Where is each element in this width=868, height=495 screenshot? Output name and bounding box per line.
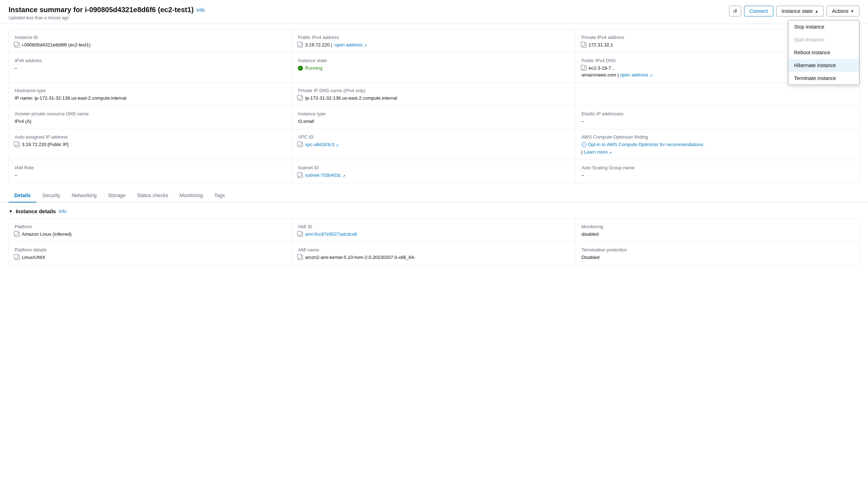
tab-storage[interactable]: Storage [103, 189, 131, 202]
cell-private-ip-dns: Private IP DNS name (IPv4 only) ip-172-3… [292, 83, 575, 106]
open-address-link[interactable]: open address [334, 42, 368, 48]
elastic-ip-dash: – [582, 119, 584, 124]
page-title: Instance summary for i-090805d4321e8d6f6… [9, 6, 194, 14]
header-left: Instance summary for i-090805d4321e8d6f6… [9, 6, 729, 20]
value-vpc-id: vpc-a8d163c3 [298, 142, 569, 147]
status-running-text: Running [305, 65, 322, 71]
instance-state-label: Instance state [782, 8, 813, 14]
label-platform: Platform [15, 224, 286, 229]
cell-platform: Platform Amazon Linux (Inferred) [9, 219, 292, 242]
label-termination-protection: Termination protection [582, 247, 853, 252]
copy-subnet-icon[interactable] [298, 173, 303, 178]
value-instance-id: i-090805d4321e8d6f6 (ec2-test1) [15, 42, 286, 48]
actions-button[interactable]: Actions ▼ [827, 6, 859, 16]
copy-private-ipv4-icon[interactable] [582, 42, 587, 48]
value-asg-name: – [582, 172, 853, 178]
cell-instance-state: Instance state Running [292, 53, 575, 83]
section-toggle-icon[interactable]: ▼ [9, 209, 13, 214]
copy-instance-id-icon[interactable] [15, 42, 20, 48]
vpc-id-link[interactable]: vpc-a8d163c3 [305, 142, 340, 147]
ami-name-text: amzn2-ami-kernel-5.10-hvm-2.0.20230207.0… [305, 255, 415, 260]
section-title: Instance details [16, 208, 56, 214]
refresh-button[interactable]: ↺ [729, 6, 741, 16]
copy-public-ipv4-icon[interactable] [298, 42, 303, 48]
cell-subnet-id: Subnet ID subnet-703b403c [292, 160, 575, 183]
copy-auto-ip-icon[interactable] [15, 142, 20, 147]
monitoring-text: disabled [582, 231, 599, 237]
ami-id-link[interactable]: ami-0cc87e5027adcdca8 [305, 231, 357, 237]
instance-info-grid: Instance ID i-090805d4321e8d6f6 (ec2-tes… [9, 29, 859, 183]
tab-security[interactable]: Security [36, 189, 66, 202]
dns-text: ec2-3-19-7... [589, 65, 615, 71]
external-link-icon [364, 43, 368, 47]
chevron-up-icon: ▲ [815, 9, 818, 13]
section-info-link[interactable]: Info [59, 209, 66, 214]
private-ipv4-text: 172.31.32.1 [589, 42, 613, 48]
cell-ami-name: AMI name amzn2-ami-kernel-5.10-hvm-2.0.2… [292, 242, 575, 265]
instance-state-dropdown: Stop instance Start instance Reboot inst… [788, 20, 859, 85]
dropdown-reboot-instance[interactable]: Reboot instance [788, 46, 859, 59]
tabs-bar: Details Security Networking Storage Stat… [0, 189, 868, 202]
dns-external-icon [649, 73, 654, 77]
actions-label: Actions [832, 8, 848, 14]
subnet-id-link[interactable]: subnet-703b403c [305, 172, 346, 178]
platform-text: Amazon Linux (Inferred) [22, 231, 71, 237]
copy-ami-icon[interactable] [298, 232, 303, 237]
learn-more-link[interactable]: Learn more [584, 149, 613, 155]
copy-platform-icon[interactable] [15, 232, 20, 237]
label-instance-type: Instance type [298, 111, 569, 116]
copy-ami-name-icon[interactable] [298, 255, 303, 260]
optimizer-learn-more-row: | Learn more [582, 149, 853, 155]
cell-public-ipv4: Public IPv4 address 3.19.72.220 | open a… [292, 30, 575, 53]
value-auto-assigned-ip: 3.19.72.220 [Public IP] [15, 142, 286, 147]
value-platform-details: Linux/UNIX [15, 255, 286, 260]
label-instance-id: Instance ID [15, 35, 286, 40]
instance-state-button[interactable]: Instance state ▲ [776, 6, 824, 16]
cell-hostname-type: Hostname type IP name: ip-172-31-32-136.… [9, 83, 292, 106]
dropdown-terminate-instance[interactable]: Terminate instance [788, 72, 859, 85]
subnet-external-icon [342, 173, 346, 178]
page-header: Instance summary for i-090805d4321e8d6f6… [0, 0, 868, 24]
chevron-down-icon: ▼ [850, 9, 854, 13]
tab-tags[interactable]: Tags [209, 189, 231, 202]
header-subtitle: Updated less than a minute ago [9, 15, 729, 20]
copy-private-dns-icon[interactable] [298, 96, 303, 101]
label-asg-name: Auto Scaling Group name [582, 165, 853, 170]
label-elastic-ip: Elastic IP addresses [582, 111, 853, 116]
value-public-ipv4: 3.19.72.220 | open address [298, 42, 569, 48]
value-ipv6: – [15, 65, 286, 71]
cell-iam-role: IAM Role – [9, 160, 292, 183]
value-ami-name: amzn2-ami-kernel-5.10-hvm-2.0.20230207.0… [298, 255, 569, 260]
cell-empty-1 [576, 83, 859, 106]
cell-asg-name: Auto Scaling Group name – [576, 160, 859, 183]
header-info-link[interactable]: Info [196, 7, 205, 13]
dns-open-address-link[interactable]: open address [620, 72, 654, 78]
optimizer-optin-link[interactable]: Opt-in to AWS Compute Optimizer for reco… [588, 142, 705, 147]
label-subnet-id: Subnet ID [298, 165, 569, 170]
cell-ipv6: IPv6 address – [9, 53, 292, 83]
connect-button[interactable]: Connect [744, 6, 773, 16]
instance-details-section: ▼ Instance details Info Platform Amazon … [9, 208, 859, 265]
optimizer-info-icon: i [582, 142, 587, 147]
label-private-ip-dns: Private IP DNS name (IPv4 only) [298, 88, 569, 93]
tab-details[interactable]: Details [9, 189, 36, 202]
copy-platform-details-icon[interactable] [15, 255, 20, 260]
cell-platform-details: Platform details Linux/UNIX [9, 242, 292, 265]
label-vpc-id: VPC ID [298, 134, 569, 140]
label-monitoring: Monitoring [582, 224, 853, 229]
cell-ami-id: AMI ID ami-0cc87e5027adcdca8 [292, 219, 575, 242]
copy-dns-icon[interactable] [582, 66, 587, 71]
dropdown-hibernate-instance[interactable]: Hibernate instance [788, 59, 859, 72]
tab-status-checks[interactable]: Status checks [131, 189, 174, 202]
label-public-ipv4: Public IPv4 address [298, 35, 569, 40]
cell-instance-id: Instance ID i-090805d4321e8d6f6 (ec2-tes… [9, 30, 292, 53]
label-answer-private-dns: Answer private resource DNS name [15, 111, 286, 116]
label-platform-details: Platform details [15, 247, 286, 252]
value-hostname-type: IP name: ip-172-31-32-136.us-east-2.comp… [15, 95, 286, 101]
label-hostname-type: Hostname type [15, 88, 286, 93]
copy-vpc-icon[interactable] [298, 142, 303, 147]
tab-networking[interactable]: Networking [66, 189, 103, 202]
tab-monitoring[interactable]: Monitoring [174, 189, 209, 202]
vpc-external-icon [335, 142, 340, 147]
dropdown-stop-instance[interactable]: Stop instance [788, 20, 859, 33]
